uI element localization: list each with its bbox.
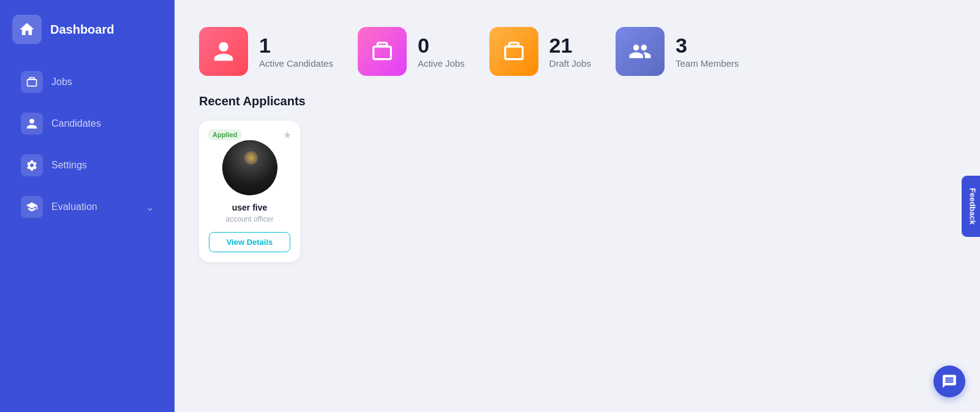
stat-number-draft-jobs: 21 [549,35,591,56]
stat-info-team-members: 3 Team Members [676,35,739,69]
sidebar-label-candidates: Candidates [51,118,101,129]
active-jobs-icon [358,27,407,76]
stat-number-active-jobs: 0 [418,35,465,56]
applicant-badge: Applied [208,129,242,140]
applicant-avatar [222,140,277,195]
topbar [175,0,980,9]
star-icon[interactable]: ★ [283,129,292,141]
draft-jobs-icon [489,27,538,76]
stat-label-active-jobs: Active Jobs [418,58,465,69]
team-members-icon [616,27,665,76]
sidebar-item-settings[interactable]: Settings [6,146,168,185]
suitcase-stat-icon [502,40,526,63]
applicant-card-user-five: Applied ★ user five account officer View… [199,121,300,262]
stat-card-team-members: 3 Team Members [616,27,739,76]
sidebar-nav: Jobs Candidates Settings [0,56,175,233]
stat-info-active-candidates: 1 Active Candidates [259,35,333,69]
applicant-name: user five [232,203,268,212]
applicants-grid: Applied ★ user five account officer View… [175,121,980,280]
evaluation-icon-wrap [21,196,43,218]
person-icon [26,118,38,130]
sidebar-label-jobs: Jobs [51,77,72,88]
stat-card-draft-jobs: 21 Draft Jobs [489,27,591,76]
main-content: 1 Active Candidates 0 Active Jobs [175,0,980,412]
candidates-icon-wrap [21,113,43,135]
avatar-image [222,140,277,195]
view-details-button[interactable]: View Details [209,232,290,252]
chat-button[interactable] [933,365,965,397]
applicant-role: account officer [226,215,274,223]
briefcase-icon [26,76,38,88]
jobs-icon-wrap [21,71,43,93]
stat-card-active-candidates: 1 Active Candidates [199,27,333,76]
stat-number-team-members: 3 [676,35,739,56]
sidebar-label-settings: Settings [51,160,87,171]
chat-icon [941,373,957,389]
sidebar-label-evaluation: Evaluation [51,201,97,212]
briefcase-stat-icon [371,40,394,63]
stat-card-active-jobs: 0 Active Jobs [358,27,465,76]
stat-label-team-members: Team Members [676,58,739,69]
person-stat-icon [212,40,235,63]
sidebar-item-candidates[interactable]: Candidates [6,104,168,143]
gear-icon [26,159,38,171]
graduation-icon [26,201,38,213]
sidebar-item-evaluation[interactable]: Evaluation ⌄ [6,187,168,227]
recent-applicants-title: Recent Applicants [175,94,980,121]
stat-info-draft-jobs: 21 Draft Jobs [549,35,591,69]
stats-section: 1 Active Candidates 0 Active Jobs [175,9,980,94]
sidebar-title: Dashboard [50,23,114,37]
recent-applicants-section: Recent Applicants Applied ★ user five ac… [175,94,980,280]
sidebar: Dashboard Jobs Candidates [0,0,175,412]
stat-number-active-candidates: 1 [259,35,333,56]
settings-icon-wrap [21,154,43,176]
feedback-tab[interactable]: Feedback [962,176,980,237]
sidebar-logo: Dashboard [0,6,175,56]
stat-label-active-candidates: Active Candidates [259,58,333,69]
chevron-down-icon: ⌄ [146,201,154,213]
stat-info-active-jobs: 0 Active Jobs [418,35,465,69]
stat-label-draft-jobs: Draft Jobs [549,58,591,69]
group-stat-icon [628,40,652,63]
active-candidates-icon [199,27,248,76]
home-icon [12,15,42,44]
sidebar-item-jobs[interactable]: Jobs [6,62,168,102]
